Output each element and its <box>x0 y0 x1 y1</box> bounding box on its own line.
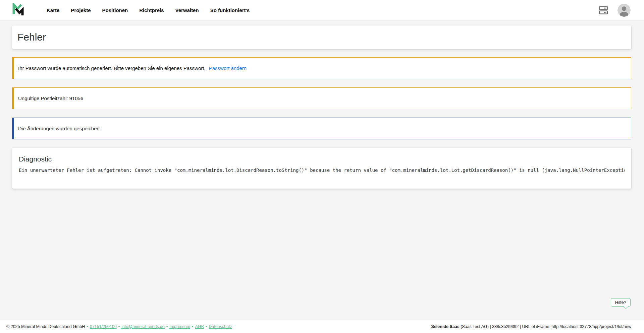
phone-link[interactable]: 07151/250100 <box>90 324 117 329</box>
help-label: Hilfe? <box>615 300 626 305</box>
separator-dot: • <box>206 324 207 329</box>
separator-dot: • <box>87 324 88 329</box>
datenschutz-link[interactable]: Datenschutz <box>209 324 232 329</box>
alert-text: Ungültige Postleitzahl: 91056 <box>18 95 83 101</box>
brand-logo[interactable] <box>12 3 24 17</box>
agb-link[interactable]: AGB <box>195 324 204 329</box>
email-link[interactable]: info@mineral-minds.de <box>121 324 165 329</box>
separator-dot: • <box>192 324 193 329</box>
footer-left: © 2025 Mineral Minds Deutschland GmbH • … <box>6 324 232 329</box>
main-nav: Karte Projekte Positionen Richtpreis Ver… <box>47 7 250 13</box>
tenant-name: Selenide Saas <box>431 324 460 329</box>
main-content: Fehler Ihr Passwort wurde automatisch ge… <box>0 20 644 189</box>
alert-invalid-zip: Ungültige Postleitzahl: 91056 <box>12 87 631 109</box>
diagnostic-card: Diagnostic Ein unerwarteter Fehler ist a… <box>12 148 631 189</box>
user-avatar-icon[interactable] <box>618 4 631 17</box>
help-bubble[interactable]: Hilfe? <box>611 298 631 307</box>
alert-changes-saved: Die Änderungen wurden gespeichert <box>12 118 631 139</box>
mineral-minds-logo-icon <box>12 3 24 17</box>
copyright-text: © 2025 Mineral Minds Deutschland GmbH <box>6 324 85 329</box>
separator-dot: • <box>166 324 168 329</box>
nav-item-positionen[interactable]: Positionen <box>102 7 128 13</box>
nav-item-karte[interactable]: Karte <box>47 7 59 13</box>
footer: © 2025 Mineral Minds Deutschland GmbH • … <box>0 320 644 333</box>
footer-session-info: Selenide Saas (Saas Test AG) | 388c3b2f9… <box>431 324 631 329</box>
impressum-link[interactable]: Impressum <box>169 324 190 329</box>
nav-item-verwalten[interactable]: Verwalten <box>175 7 199 13</box>
change-password-link[interactable]: Passwort ändern <box>209 65 247 71</box>
header: Karte Projekte Positionen Richtpreis Ver… <box>0 0 644 20</box>
nav-item-richtpreis[interactable]: Richtpreis <box>139 7 164 13</box>
diagnostic-title: Diagnostic <box>19 155 625 163</box>
diagnostic-message: Ein unerwarteter Fehler ist aufgetreten:… <box>19 168 625 173</box>
alert-password-generated: Ihr Passwort wurde automatisch generiert… <box>12 57 631 79</box>
session-details: (Saas Test AG) | 388c3b2f9392 | URL of i… <box>460 324 631 329</box>
alert-text: Die Änderungen wurden gespeichert <box>18 126 100 131</box>
nav-item-so-funktionierts[interactable]: So funktioniert's <box>210 7 250 13</box>
separator-dot: • <box>118 324 120 329</box>
page-title-card: Fehler <box>12 25 631 49</box>
server-icon[interactable] <box>599 6 608 15</box>
alert-text: Ihr Passwort wurde automatisch generiert… <box>18 65 206 71</box>
nav-item-projekte[interactable]: Projekte <box>71 7 91 13</box>
page-title: Fehler <box>17 31 46 43</box>
